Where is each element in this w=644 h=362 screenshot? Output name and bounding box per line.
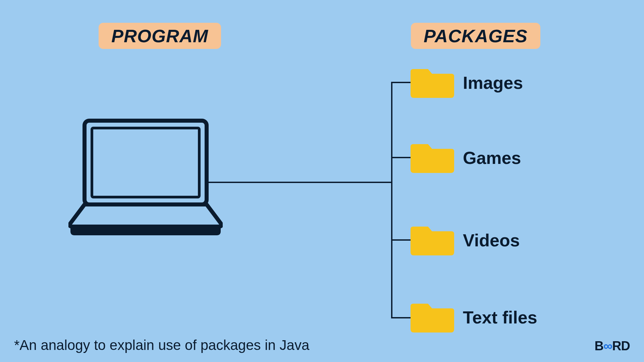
brand-prefix: B <box>595 339 603 353</box>
folder-label: Videos <box>463 230 520 250</box>
packages-pill: PACKAGES <box>411 23 540 49</box>
laptop-icon <box>68 117 223 238</box>
brand-suffix: RD <box>612 339 630 353</box>
folder-label: Games <box>463 148 521 168</box>
program-pill: PROGRAM <box>99 23 221 49</box>
connector-branch <box>391 239 411 241</box>
folder-label: Text files <box>463 307 537 327</box>
connector-line <box>205 182 392 183</box>
folder-icon <box>411 299 454 333</box>
connector-branch <box>391 82 411 83</box>
folder-icon <box>411 64 454 98</box>
brand-mid: ∞ <box>603 339 612 353</box>
caption-text: *An analogy to explain use of packages i… <box>14 337 309 353</box>
connector-branch <box>391 157 411 158</box>
svg-rect-1 <box>92 128 199 197</box>
brand-logo: B∞RD <box>595 339 630 353</box>
folder-icon <box>411 139 454 173</box>
connector-vertical <box>391 82 392 318</box>
connector-branch <box>391 317 411 318</box>
folder-icon <box>411 222 454 255</box>
folder-label: Images <box>463 73 523 93</box>
svg-rect-0 <box>85 121 207 204</box>
